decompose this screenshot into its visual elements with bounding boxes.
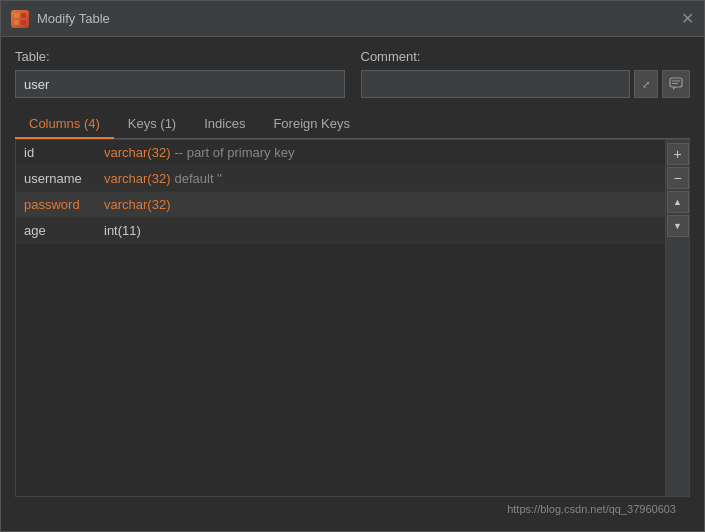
window-title: Modify Table	[37, 11, 110, 26]
footer: https://blog.csdn.net/qq_37960603	[15, 497, 690, 521]
comment-input[interactable]	[361, 70, 631, 98]
comment-label: Comment:	[361, 49, 691, 64]
svg-rect-1	[21, 13, 26, 18]
column-extra: -- part of primary key	[174, 145, 294, 160]
footer-link: https://blog.csdn.net/qq_37960603	[507, 503, 676, 515]
title-bar-left: Modify Table	[11, 10, 110, 28]
column-name: id	[24, 145, 104, 160]
remove-row-button[interactable]: −	[667, 167, 689, 189]
title-bar: Modify Table ✕	[1, 1, 704, 37]
move-down-button[interactable]: ▼	[667, 215, 689, 237]
table-row[interactable]: password varchar(32)	[16, 192, 665, 218]
comment-form-group: Comment: ⤢	[361, 49, 691, 98]
comment-row: ⤢	[361, 70, 691, 98]
add-row-button[interactable]: +	[667, 143, 689, 165]
svg-rect-2	[14, 20, 19, 25]
table-input[interactable]	[15, 70, 345, 98]
move-up-button[interactable]: ▲	[667, 191, 689, 213]
comment-bubble-button[interactable]	[662, 70, 690, 98]
expand-icon: ⤢	[642, 79, 650, 90]
column-name: username	[24, 171, 104, 186]
table-form-group: Table:	[15, 49, 345, 98]
column-type: int(11)	[104, 223, 141, 238]
table-row[interactable]: id varchar(32) -- part of primary key	[16, 140, 665, 166]
columns-table: id varchar(32) -- part of primary key us…	[15, 139, 690, 497]
up-icon: ▲	[673, 198, 682, 207]
close-button[interactable]: ✕	[680, 12, 694, 26]
svg-rect-0	[14, 13, 19, 18]
tab-indices[interactable]: Indices	[190, 110, 259, 139]
table-row[interactable]: age int(11)	[16, 218, 665, 244]
tabs-container: Columns (4) Keys (1) Indices Foreign Key…	[15, 110, 690, 139]
table-row[interactable]: username varchar(32) default ''	[16, 166, 665, 192]
side-controls: + − ▲ ▼	[665, 140, 689, 496]
column-name: password	[24, 197, 104, 212]
tab-keys[interactable]: Keys (1)	[114, 110, 190, 139]
column-type: varchar(32)	[104, 197, 170, 212]
column-name: age	[24, 223, 104, 238]
svg-rect-3	[21, 20, 26, 25]
column-type: varchar(32)	[104, 171, 170, 186]
form-row: Table: Comment: ⤢	[15, 49, 690, 98]
tab-columns[interactable]: Columns (4)	[15, 110, 114, 139]
expand-button[interactable]: ⤢	[634, 70, 658, 98]
modify-table-window: Modify Table ✕ Table: Comment: ⤢	[0, 0, 705, 532]
window-content: Table: Comment: ⤢	[1, 37, 704, 531]
column-type: varchar(32)	[104, 145, 170, 160]
down-icon: ▼	[673, 222, 682, 231]
table-label: Table:	[15, 49, 345, 64]
app-icon	[11, 10, 29, 28]
table-content: id varchar(32) -- part of primary key us…	[16, 140, 665, 496]
tab-foreign-keys[interactable]: Foreign Keys	[259, 110, 364, 139]
svg-rect-4	[670, 78, 682, 87]
column-extra: default ''	[174, 171, 222, 186]
